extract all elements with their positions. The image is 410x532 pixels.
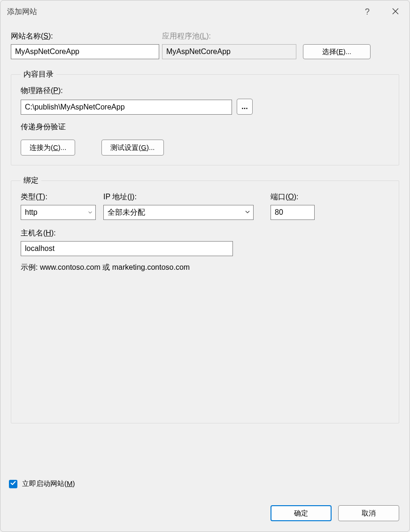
- app-pool-input: [162, 44, 296, 59]
- help-icon: ?: [365, 7, 370, 17]
- window-title: 添加网站: [7, 7, 37, 17]
- host-example-text: 示例: www.contoso.com 或 marketing.contoso.…: [21, 263, 389, 273]
- dialog-footer: 确定 取消: [0, 505, 410, 532]
- add-website-dialog: 添加网站 ? 网站名称(S): 应用程序池(L):: [0, 0, 410, 532]
- binding-legend: 绑定: [21, 176, 41, 186]
- physical-path-label: 物理路径(P):: [21, 86, 389, 96]
- binding-row1: 类型(T): http IP 地址(I): 全部未分配: [21, 192, 389, 220]
- help-button[interactable]: ?: [353, 0, 381, 23]
- cancel-button[interactable]: 取消: [338, 505, 399, 521]
- browse-button[interactable]: ...: [237, 99, 253, 115]
- ip-value: 全部未分配: [108, 208, 145, 218]
- checkmark-icon: [10, 480, 16, 488]
- binding-group: 绑定 类型(T): http IP 地址(I):: [11, 176, 399, 423]
- chevron-down-icon: [88, 208, 93, 217]
- port-label: 端口(O):: [271, 192, 315, 202]
- content-directory-legend: 内容目录: [21, 70, 56, 79]
- start-immediately-label: 立即启动网站(M): [22, 479, 75, 488]
- app-pool-group: 应用程序池(L):: [162, 31, 296, 59]
- ip-field: IP 地址(I): 全部未分配: [103, 192, 254, 220]
- type-combo[interactable]: http: [21, 205, 96, 220]
- dialog-content: 网站名称(S): 应用程序池(L): 选择(E)... 内容目录 物理路径(P)…: [0, 23, 410, 505]
- chevron-down-icon: [245, 208, 250, 217]
- connect-as-button[interactable]: 连接为(C)...: [21, 140, 75, 156]
- ip-label: IP 地址(I):: [103, 192, 254, 202]
- type-field: 类型(T): http: [21, 192, 96, 220]
- content-directory-group: 内容目录 物理路径(P): ... 传递身份验证 连接为(C)... 测试设置(…: [11, 70, 399, 165]
- select-app-pool-button[interactable]: 选择(E)...: [303, 44, 371, 59]
- host-field: 主机名(H):: [21, 228, 233, 256]
- port-input[interactable]: [271, 205, 315, 220]
- physical-path-row: ...: [21, 99, 389, 115]
- port-field: 端口(O):: [271, 192, 315, 220]
- site-name-group: 网站名称(S):: [11, 31, 159, 59]
- close-button[interactable]: [381, 0, 410, 23]
- start-immediately-checkbox[interactable]: [9, 480, 17, 488]
- top-row: 网站名称(S): 应用程序池(L): 选择(E)...: [11, 31, 399, 59]
- titlebar: 添加网站 ?: [0, 0, 410, 23]
- site-name-input[interactable]: [11, 44, 159, 59]
- type-label: 类型(T):: [21, 192, 96, 202]
- auth-button-row: 连接为(C)... 测试设置(G)...: [21, 140, 389, 156]
- host-label: 主机名(H):: [21, 228, 233, 238]
- type-value: http: [25, 208, 38, 217]
- test-settings-button[interactable]: 测试设置(G)...: [101, 140, 163, 156]
- site-name-label: 网站名称(S):: [11, 31, 159, 41]
- start-immediately-row: 立即启动网站(M): [9, 479, 399, 488]
- physical-path-input[interactable]: [21, 100, 232, 115]
- host-input[interactable]: [21, 241, 233, 256]
- ok-button[interactable]: 确定: [271, 505, 332, 521]
- close-icon: [392, 8, 399, 16]
- app-pool-label: 应用程序池(L):: [162, 31, 296, 41]
- ip-combo[interactable]: 全部未分配: [103, 205, 254, 220]
- passthrough-auth-label: 传递身份验证: [21, 122, 389, 132]
